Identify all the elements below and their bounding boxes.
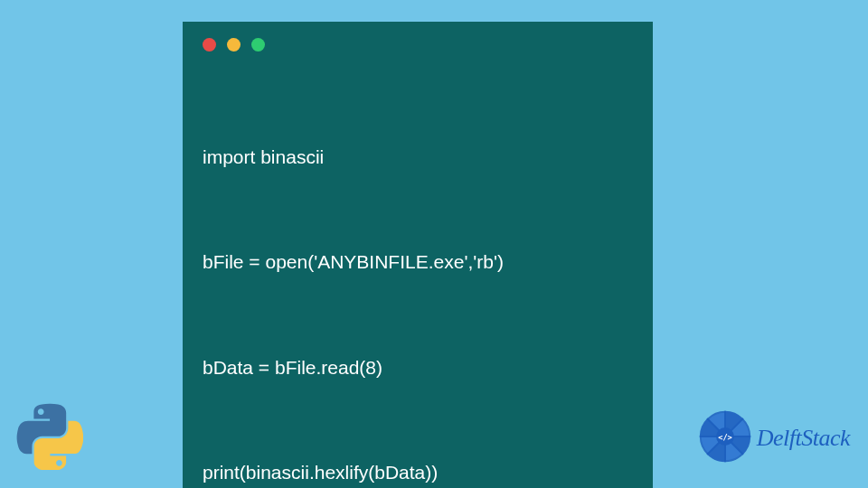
code-line: print(binascii.hexlify(bData)): [203, 455, 633, 488]
maximize-icon: [251, 38, 265, 52]
code-line: bData = bFile.read(8): [203, 351, 633, 386]
delftstack-mandala-icon: </>: [697, 408, 753, 468]
delftstack-logo: </> DelftStack: [697, 408, 850, 468]
code-window: import binascii bFile = open('ANYBINFILE…: [183, 22, 653, 488]
code-block: import binascii bFile = open('ANYBINFILE…: [203, 70, 633, 488]
delftstack-brand-text: DelftStack: [757, 425, 850, 452]
window-controls: [203, 38, 633, 52]
svg-text:</>: </>: [718, 433, 732, 442]
python-logo-icon: [16, 403, 83, 474]
code-line: bFile = open('ANYBINFILE.exe','rb'): [203, 245, 633, 280]
minimize-icon: [227, 38, 241, 52]
code-line: import binascii: [203, 140, 633, 175]
close-icon: [203, 38, 216, 52]
